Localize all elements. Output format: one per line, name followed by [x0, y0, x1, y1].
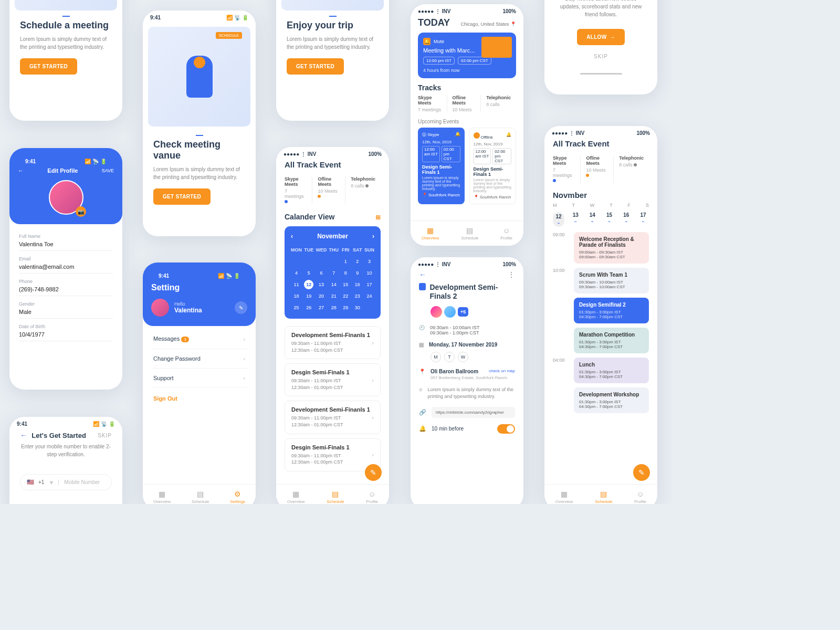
cal-day[interactable]: 18 — [291, 291, 302, 301]
upcoming-card-1[interactable]: Ⓢ Skype🔔 12th, Nov, 2019 12:00 am IST02:… — [418, 128, 465, 204]
cal-day[interactable]: 12 — [304, 280, 313, 289]
day[interactable]: 14•• — [586, 212, 598, 227]
url-box[interactable]: https://dribbble.com/sandy2dgrapher — [432, 407, 515, 418]
cal-day[interactable]: 27 — [316, 303, 327, 312]
cal-day[interactable]: 17 — [364, 280, 374, 289]
cal-day[interactable]: 21 — [329, 291, 339, 301]
nav-profile[interactable]: ☺Profile — [366, 490, 378, 504]
allow-button[interactable]: ALLOW → — [577, 29, 624, 45]
schedule-card[interactable]: Marathon Competition01:30pm - 3:00pm IST… — [574, 328, 649, 353]
edit-icon[interactable]: ✎ — [235, 301, 247, 314]
nav-overview[interactable]: ▦Overview — [287, 490, 304, 504]
day[interactable]: 17•• — [637, 212, 649, 227]
flag-icon[interactable]: 🇺🇸 — [27, 479, 34, 486]
nav-profile[interactable]: ☺Profile — [500, 226, 512, 240]
cal-day[interactable]: 13 — [316, 280, 327, 289]
cal-day[interactable]: 24 — [364, 291, 374, 301]
sign-out-button[interactable]: Sign Out — [151, 388, 247, 409]
cal-day[interactable]: 23 — [352, 291, 362, 301]
day[interactable]: 16•• — [621, 212, 632, 227]
schedule-card[interactable]: Design Semifinal 201:30pm - 3:00pm IST04… — [574, 298, 649, 323]
upcoming-card-2[interactable]: Offline🔔 12th, Nov, 2019 12:00 am IST02:… — [469, 128, 517, 204]
get-started-button[interactable]: GET STARTED — [153, 188, 211, 205]
map-link[interactable]: check on map — [489, 369, 515, 374]
location-icon[interactable]: 📍 — [510, 22, 516, 27]
cal-day[interactable]: 11 — [291, 280, 302, 289]
skip-button[interactable]: SKIP — [555, 54, 647, 59]
cal-day[interactable]: 26 — [304, 303, 313, 312]
nav-overview[interactable]: ▦Overview — [555, 490, 573, 504]
cal-day[interactable]: 7 — [329, 268, 339, 278]
cal-day[interactable]: 16 — [352, 280, 362, 289]
messages-row[interactable]: Messages 3› — [151, 329, 247, 349]
nav-schedule[interactable]: ▤Schedule — [192, 490, 209, 504]
track-item[interactable]: Telephonic8 calls — [619, 155, 649, 183]
nav-overview[interactable]: ▦Overview — [422, 226, 439, 240]
day[interactable]: 15•• — [604, 212, 615, 227]
back-icon[interactable]: ← — [18, 167, 24, 174]
cal-day[interactable]: 10 — [364, 268, 374, 278]
cal-day[interactable]: 25 — [291, 303, 302, 312]
cal-day[interactable]: 3 — [364, 257, 374, 266]
back-icon[interactable]: ← — [20, 431, 27, 439]
cal-day[interactable]: 5 — [304, 268, 313, 278]
camera-icon[interactable]: 📷 — [76, 206, 86, 217]
change-password-row[interactable]: Change Password› — [151, 349, 247, 369]
field-phone[interactable]: (269)-748-9882 — [19, 284, 113, 296]
nav-schedule[interactable]: ▤Schedule — [327, 490, 344, 504]
get-started-button[interactable]: GET STARTED — [287, 58, 344, 75]
cal-day[interactable]: 29 — [341, 303, 350, 312]
cal-icon[interactable]: ▦ — [375, 214, 381, 220]
track-item[interactable]: Skype Meets7 meetings — [553, 155, 581, 183]
field-gender[interactable]: Male — [19, 307, 113, 319]
track-item[interactable]: Skype Meets7 meetings — [285, 176, 312, 204]
more-icon[interactable]: ⋮ — [508, 270, 515, 279]
day-pill[interactable]: W — [458, 352, 468, 362]
cal-day[interactable]: 19 — [304, 291, 313, 301]
field-name[interactable]: Valentina Toe — [19, 239, 113, 251]
get-started-button[interactable]: GET STARTED — [20, 58, 77, 75]
day[interactable]: 13•• — [570, 212, 581, 227]
track-item[interactable]: Ofline Meets10 Meets — [586, 155, 614, 183]
cal-day[interactable]: 14 — [329, 280, 339, 289]
mute-icon[interactable]: 🔔 — [423, 38, 430, 45]
cal-day[interactable]: 30 — [352, 303, 362, 312]
event-item[interactable]: Development Semi-Finanls 109:30am - 11:0… — [285, 401, 381, 434]
track-item[interactable]: Ofline Meets10 Meets — [318, 176, 345, 204]
country-code[interactable]: +1 — [38, 479, 44, 485]
cal-day[interactable]: 2 — [352, 257, 362, 266]
track-item[interactable]: Ofline Meets10 Meets — [453, 95, 481, 112]
reminder-toggle[interactable] — [497, 424, 515, 434]
schedule-card[interactable]: Welcome Reception & Parade of Finalists0… — [574, 232, 649, 264]
nav-overview[interactable]: ▦Overview — [153, 490, 171, 504]
day-pill[interactable]: M — [430, 352, 441, 362]
nav-settings[interactable]: ⚙Settings — [230, 490, 245, 504]
field-dob[interactable]: 10/4/1977 — [19, 329, 113, 341]
schedule-card[interactable]: Lunch01:30pm - 3:00pm IST04:30pm - 7:00p… — [574, 358, 649, 383]
track-item[interactable]: Telephonic8 calls — [351, 176, 381, 204]
cal-prev-icon[interactable]: ‹ — [291, 233, 293, 240]
phone-placeholder[interactable]: Mobile Number — [58, 479, 100, 485]
skip-button[interactable]: SKIP — [98, 433, 112, 438]
day-pill[interactable]: T — [444, 352, 455, 362]
event-item[interactable]: Development Semi-Finanls 109:30am - 11:0… — [285, 326, 381, 359]
day[interactable]: 12•• — [553, 212, 564, 227]
cal-day[interactable]: 28 — [329, 303, 339, 312]
cal-day[interactable]: 15 — [341, 280, 350, 289]
attendee-more[interactable]: +5 — [458, 307, 468, 317]
nav-schedule[interactable]: ▤Schedule — [595, 490, 612, 504]
fab-add[interactable]: ✎ — [633, 464, 650, 481]
cal-day[interactable]: 9 — [352, 268, 362, 278]
cal-day[interactable]: 1 — [341, 257, 350, 266]
support-row[interactable]: Support› — [151, 369, 247, 388]
save-button[interactable]: SAVE — [102, 168, 114, 173]
fab-add[interactable]: ✎ — [365, 464, 382, 481]
nav-profile[interactable]: ☺Profile — [634, 490, 646, 504]
track-item[interactable]: Telephonic8 calls — [486, 95, 516, 112]
cal-day[interactable]: 8 — [341, 268, 350, 278]
nav-schedule[interactable]: ▤Schedule — [461, 226, 478, 240]
back-icon[interactable]: ← — [419, 270, 426, 279]
cal-day[interactable]: 22 — [341, 291, 350, 301]
track-item[interactable]: Skype Meets7 meetings — [418, 95, 447, 112]
field-email[interactable]: valentina@email.com — [19, 261, 113, 274]
